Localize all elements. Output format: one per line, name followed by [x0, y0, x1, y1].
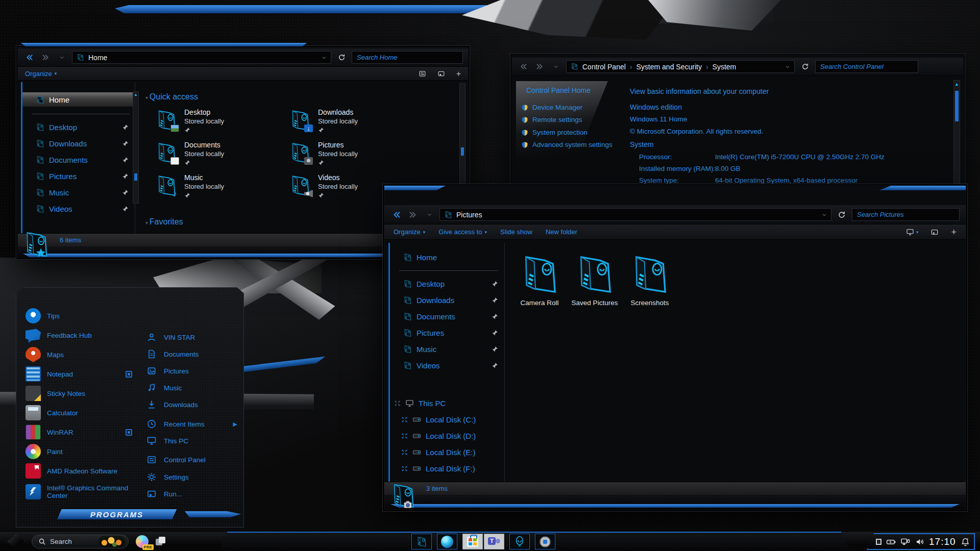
search-highlight-image[interactable]: [99, 536, 125, 547]
sidebar-item[interactable]: Pictures: [390, 325, 504, 340]
sidebar-item[interactable]: Downloads: [390, 293, 504, 307]
taskbar-search[interactable]: Search: [32, 535, 129, 548]
new-folder-button[interactable]: New folder: [546, 228, 577, 236]
organize-menu[interactable]: Organize▾: [25, 70, 57, 78]
start-place-this-pc[interactable]: This PC: [146, 433, 243, 448]
expand-icon[interactable]: [401, 465, 408, 472]
expand-icon[interactable]: [401, 416, 408, 423]
volume-icon[interactable]: [915, 537, 924, 547]
cp-scroll-thumb[interactable]: [955, 91, 959, 121]
cp-sidebar-home[interactable]: Control Panel Home: [526, 86, 591, 94]
start-place-pictures[interactable]: Pictures: [146, 363, 243, 379]
breadcrumb-section[interactable]: System and Security: [636, 63, 702, 71]
expand-icon[interactable]: [394, 400, 401, 407]
back-icon[interactable]: [23, 52, 35, 63]
home-address-bar[interactable]: Home: [72, 51, 331, 64]
cp-link-system-protection[interactable]: System protection: [521, 129, 587, 136]
sidebar-item-disk[interactable]: Local Disk (D:): [390, 429, 504, 443]
pin-icon[interactable]: [492, 362, 498, 369]
quick-access-header[interactable]: ▾ Quick access: [145, 92, 198, 102]
quick-access-item[interactable]: Downloads Stored locally: [288, 108, 442, 136]
start-place-control-panel[interactable]: Control Panel: [146, 452, 243, 467]
sidebar-item[interactable]: Music: [390, 342, 504, 356]
address-text[interactable]: Pictures: [456, 211, 482, 219]
back-icon[interactable]: [517, 61, 529, 72]
sidebar-item[interactable]: Videos: [390, 358, 504, 372]
pin-icon[interactable]: [122, 189, 129, 196]
sidebar-item-disk[interactable]: Local Disk (C:): [390, 412, 504, 427]
breadcrumb-root[interactable]: Control Panel: [582, 63, 626, 71]
start-place-recent-items[interactable]: Recent Items ▶: [146, 416, 243, 432]
start-app-tips[interactable]: Tips: [26, 307, 135, 324]
taskbar-alien-app[interactable]: [509, 534, 530, 549]
favorites-header[interactable]: ▾ Favorites: [145, 217, 183, 227]
refresh-icon[interactable]: [836, 209, 848, 220]
start-button[interactable]: [7, 535, 24, 549]
sidebar-item[interactable]: Desktop: [22, 120, 135, 134]
address-dropdown-icon[interactable]: [322, 55, 327, 60]
address-text[interactable]: Home: [88, 54, 107, 62]
sidebar-item[interactable]: Music: [22, 185, 135, 199]
tray-clock[interactable]: 17:10: [929, 536, 956, 547]
expand-icon[interactable]: [126, 429, 132, 436]
pin-icon[interactable]: [492, 330, 498, 336]
pin-icon[interactable]: [122, 124, 129, 131]
sidebar-item[interactable]: Pictures: [22, 169, 135, 183]
history-dropdown-icon[interactable]: [550, 61, 562, 72]
programs-banner[interactable]: PROGRAMS: [56, 508, 179, 520]
task-view-icon[interactable]: [156, 537, 166, 547]
pin-icon[interactable]: [122, 206, 129, 212]
forward-icon[interactable]: [407, 209, 419, 220]
pin-icon[interactable]: [492, 346, 498, 353]
sidebar-scrollbar[interactable]: ▲: [133, 91, 139, 204]
start-place-user[interactable]: VIN STAR: [146, 330, 243, 345]
start-app-sticky-notes[interactable]: Sticky Notes: [26, 385, 135, 402]
control-panel-window[interactable]: Control Panel › System and Security › Sy…: [511, 55, 964, 189]
pin-icon[interactable]: [122, 157, 129, 163]
start-app-amd-radeon[interactable]: AMD Radeon Software: [26, 462, 135, 480]
give-access-menu[interactable]: Give access to▾: [438, 228, 487, 236]
quick-access-item[interactable]: Documents Stored locally: [155, 140, 308, 169]
add-columns-icon[interactable]: +: [951, 228, 957, 236]
sidebar-item[interactable]: Desktop: [390, 277, 504, 291]
notification-bell-icon[interactable]: [961, 536, 970, 547]
pin-icon[interactable]: [122, 140, 129, 147]
quick-access-item[interactable]: Desktop Stored locally: [155, 108, 308, 136]
sidebar-item-home[interactable]: Home: [22, 92, 135, 107]
address-dropdown-icon[interactable]: [822, 212, 827, 217]
folder-tile[interactable]: Saved Pictures: [570, 253, 619, 307]
taskbar-teams[interactable]: [484, 534, 504, 549]
taskbar-edge[interactable]: [437, 534, 457, 549]
quick-access-item[interactable]: Music Stored locally: [155, 173, 308, 202]
start-app-feedback-hub[interactable]: Feedback Hub: [26, 327, 135, 344]
cp-link-advanced-system-settings[interactable]: Advanced system settings: [521, 141, 612, 148]
view-list-icon[interactable]: [419, 70, 426, 78]
sidebar-item-disk[interactable]: Local Disk (E:): [390, 445, 504, 459]
refresh-icon[interactable]: [335, 52, 348, 63]
cp-link-remote-settings[interactable]: Remote settings: [521, 116, 582, 123]
start-app-winrar[interactable]: WinRAR: [26, 423, 135, 441]
pictures-search-box[interactable]: Search Pictures: [852, 208, 960, 221]
folder-tile[interactable]: Camera Roll: [515, 253, 564, 307]
slide-show-button[interactable]: Slide show: [500, 228, 532, 236]
start-app-maps[interactable]: Maps: [26, 346, 135, 363]
start-place-downloads[interactable]: Downloads: [146, 397, 243, 412]
cp-address-bar[interactable]: Control Panel › System and Security › Sy…: [566, 60, 795, 73]
preview-pane-icon[interactable]: [437, 70, 445, 78]
history-dropdown-icon[interactable]: [423, 209, 435, 220]
cp-link-device-manager[interactable]: Device Manager: [521, 104, 582, 111]
taskbar-store[interactable]: [462, 534, 483, 549]
pin-icon[interactable]: [492, 297, 498, 304]
preview-pane-icon[interactable]: [930, 228, 939, 236]
breadcrumb-page[interactable]: System: [713, 63, 737, 71]
pin-icon[interactable]: [492, 313, 498, 320]
start-place-settings[interactable]: Settings: [146, 469, 243, 485]
forward-icon[interactable]: [39, 52, 52, 63]
organize-menu[interactable]: Organize▾: [394, 228, 425, 236]
history-dropdown-icon[interactable]: [56, 52, 68, 63]
view-mode-dropdown[interactable]: ▾: [906, 228, 919, 236]
add-columns-icon[interactable]: +: [456, 70, 461, 78]
sidebar-item[interactable]: Documents: [22, 153, 135, 167]
battery-icon[interactable]: [886, 537, 896, 547]
expand-icon[interactable]: [401, 433, 408, 439]
